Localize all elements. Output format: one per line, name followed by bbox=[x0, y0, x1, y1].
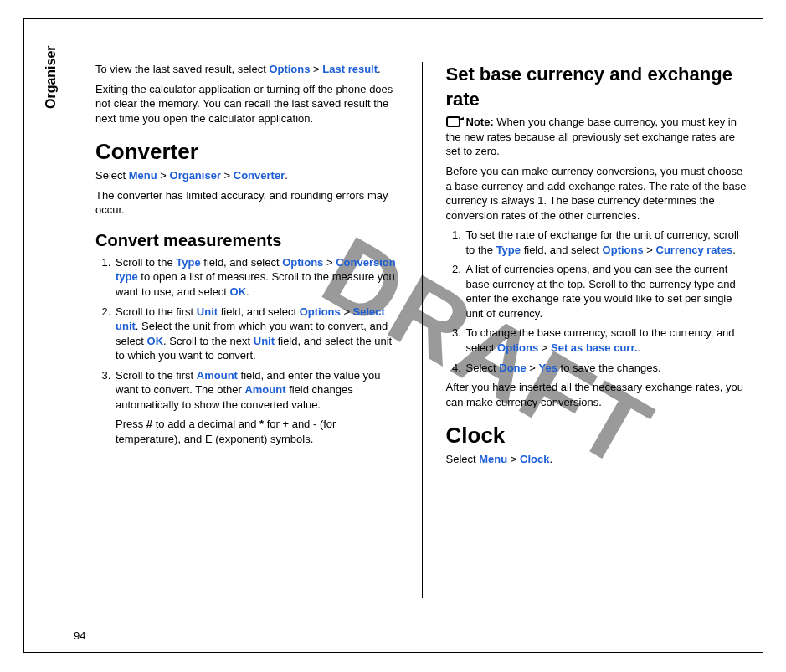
set-base-curr-link: Set as base curr. bbox=[551, 341, 637, 354]
note-label: Note: bbox=[466, 115, 494, 128]
options-link: Options bbox=[282, 256, 323, 269]
separator: > bbox=[644, 244, 656, 256]
type-link: Type bbox=[176, 256, 200, 269]
last-result-link: Last result bbox=[322, 63, 378, 75]
options-link: Options bbox=[300, 305, 341, 318]
calc-memory-paragraph: Exiting the calculator application or tu… bbox=[95, 82, 398, 126]
unit-link: Unit bbox=[197, 305, 218, 318]
svg-rect-0 bbox=[447, 117, 460, 126]
column-divider bbox=[422, 62, 423, 598]
clock-link: Clock bbox=[520, 453, 549, 465]
text: Select bbox=[446, 453, 480, 465]
text: to add a decimal and bbox=[152, 418, 259, 430]
text: field, and select bbox=[218, 305, 300, 318]
text: . bbox=[378, 63, 381, 75]
list-item: Scroll to the Type field, and select Opt… bbox=[114, 255, 398, 300]
note-icon bbox=[446, 115, 465, 128]
base-currency-intro: Before you can make currency conversions… bbox=[446, 164, 749, 223]
clock-path-paragraph: Select Menu > Clock. bbox=[446, 452, 749, 467]
options-link: Options bbox=[497, 341, 538, 354]
page-number: 94 bbox=[74, 628, 85, 644]
currency-steps-list: To set the rate of exchange for the unit… bbox=[465, 228, 749, 375]
text: To view the last saved result, select bbox=[95, 63, 269, 75]
clock-heading: Clock bbox=[446, 421, 749, 450]
calc-last-result-paragraph: To view the last saved result, select Op… bbox=[95, 62, 398, 77]
hash-key: # bbox=[146, 418, 152, 430]
text: to open a list of measures. Scroll to th… bbox=[116, 270, 395, 298]
note-paragraph: Note: When you change base currency, you… bbox=[446, 115, 749, 159]
list-item: Scroll to the first Unit field, and sele… bbox=[114, 305, 398, 363]
text: . bbox=[246, 285, 249, 298]
text: Scroll to the bbox=[116, 256, 176, 269]
text: field, and select bbox=[201, 256, 283, 269]
unit-link: Unit bbox=[254, 335, 275, 347]
left-column: To view the last saved result, select Op… bbox=[95, 62, 398, 598]
base-currency-heading: Set base currency and exchange rate bbox=[446, 62, 749, 111]
list-item: A list of currencies opens, and you can … bbox=[465, 262, 749, 321]
list-item: To change the base currency, scroll to t… bbox=[465, 326, 749, 355]
converter-accuracy-paragraph: The converter has limited accuracy, and … bbox=[95, 188, 398, 218]
right-column: Set base currency and exchange rate Note… bbox=[446, 62, 749, 598]
text: Scroll to the first bbox=[116, 305, 197, 318]
separator: > bbox=[323, 256, 336, 269]
text: Scroll to the first bbox=[116, 369, 197, 382]
converter-link: Converter bbox=[234, 169, 285, 182]
list-item: Scroll to the first Amount field, and en… bbox=[114, 368, 398, 447]
convert-steps-list: Scroll to the Type field, and select Opt… bbox=[114, 255, 398, 447]
text: . bbox=[285, 169, 288, 182]
text: . bbox=[637, 341, 640, 354]
yes-link: Yes bbox=[539, 362, 557, 374]
amount-link: Amount bbox=[197, 369, 238, 382]
done-link: Done bbox=[499, 362, 527, 374]
separator: > bbox=[527, 362, 539, 374]
text: Select bbox=[95, 169, 129, 182]
text: field, and select bbox=[521, 244, 603, 256]
text: . bbox=[732, 244, 736, 256]
text: to save the changes. bbox=[557, 362, 661, 374]
text: . Scroll to the next bbox=[163, 335, 254, 347]
content-area: To view the last saved result, select Op… bbox=[95, 62, 748, 598]
separator: > bbox=[157, 169, 170, 182]
text: . bbox=[549, 453, 552, 465]
list-item: To set the rate of exchange for the unit… bbox=[465, 228, 749, 257]
section-label: Organiser bbox=[42, 45, 60, 109]
ok-link: OK bbox=[230, 285, 247, 298]
options-link: Options bbox=[603, 244, 644, 256]
type-link: Type bbox=[496, 244, 521, 256]
converter-heading: Converter bbox=[95, 137, 398, 167]
organiser-link: Organiser bbox=[170, 169, 221, 182]
sub-paragraph: Press # to add a decimal and * for + and… bbox=[116, 417, 398, 446]
after-rates-paragraph: After you have inserted all the necessar… bbox=[446, 380, 749, 409]
text: Select bbox=[466, 362, 500, 374]
currency-rates-link: Currency rates bbox=[656, 244, 733, 256]
amount-link: Amount bbox=[244, 383, 285, 396]
separator: > bbox=[221, 169, 234, 182]
text: Press bbox=[116, 418, 146, 430]
options-link: Options bbox=[269, 63, 310, 75]
convert-measurements-heading: Convert measurements bbox=[95, 229, 398, 252]
separator: > bbox=[341, 305, 353, 318]
converter-path-paragraph: Select Menu > Organiser > Converter. bbox=[95, 168, 398, 183]
menu-link: Menu bbox=[129, 169, 157, 182]
list-item: Select Done > Yes to save the changes. bbox=[465, 361, 749, 376]
separator: > bbox=[310, 63, 322, 75]
menu-link: Menu bbox=[479, 453, 507, 465]
separator: > bbox=[507, 453, 520, 465]
ok-link: OK bbox=[147, 335, 164, 347]
separator: > bbox=[538, 341, 551, 354]
